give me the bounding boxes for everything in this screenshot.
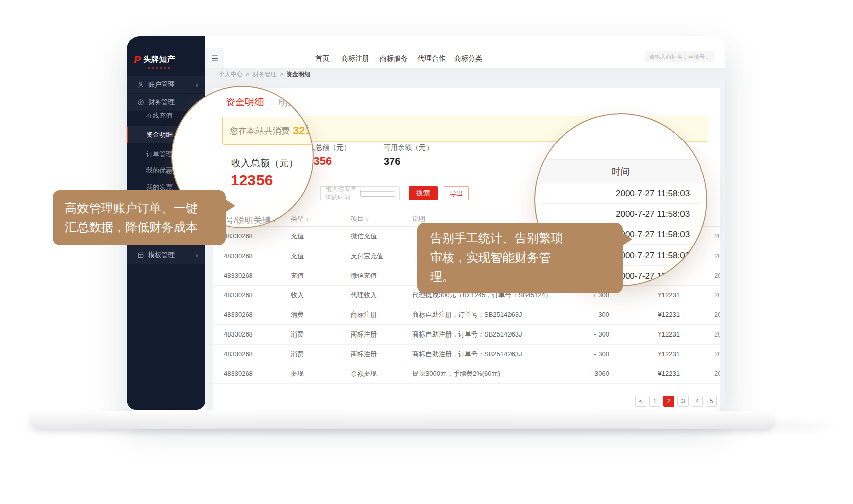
- header-type-label: 类型: [291, 215, 304, 222]
- pagination-page-4[interactable]: 4: [692, 396, 703, 407]
- cell-description: 商标自助注册，订单号：SB2514263J: [412, 305, 522, 324]
- export-button[interactable]: 导出: [444, 186, 469, 200]
- cell-amount: - 300: [535, 325, 609, 344]
- callout-right-line1: 告别手工统计、告别繁琐: [430, 229, 623, 248]
- cell-order: 48330268: [224, 345, 253, 364]
- brand-tagline-dots: [148, 67, 171, 69]
- cell-order: 48330268: [224, 286, 253, 305]
- zoom-consumption-banner: 您在本站共消费 32124: [222, 117, 313, 145]
- cell-order: 48330268: [224, 325, 253, 344]
- search-button[interactable]: 搜索: [409, 186, 438, 200]
- nav-tab-trademark-classes[interactable]: 商标分类: [454, 48, 482, 68]
- pagination-prev-button[interactable]: <: [635, 396, 646, 407]
- cell-time: 2000-7-27 11:58:03: [714, 227, 720, 246]
- cell-amount: - 300: [535, 345, 609, 364]
- cell-time: 2000-7-27 11:58:03: [714, 305, 720, 324]
- breadcrumb-item[interactable]: 个人中心: [219, 70, 243, 79]
- finance-icon: [137, 99, 144, 106]
- date-query-placeholder: 输入你要查询的时间: [326, 185, 360, 202]
- pagination-page-5[interactable]: 5: [706, 396, 717, 407]
- pagination-page-2-active[interactable]: 2: [663, 396, 674, 407]
- header-type[interactable]: 类型∨: [291, 211, 309, 226]
- callout-right: 告别手工统计、告别繁琐 审核，实现智能财务管 理。: [417, 223, 623, 293]
- table-row: 48330268 提现 余额提现 提现3000元，手续费2%(60元) - 30…: [213, 364, 720, 384]
- cell-amount: - 300: [535, 305, 609, 324]
- chevron-down-icon: ∨: [195, 253, 199, 258]
- callout-left-line2: 汇总数据，降低财务成本: [65, 218, 226, 237]
- breadcrumb-separator: >: [280, 71, 283, 78]
- breadcrumb-separator: >: [246, 71, 249, 78]
- sidebar-item-label: 资金明细: [146, 130, 173, 139]
- table-row: 48330268 消费 商标注册 商标自助注册，订单号：SB2514263J -…: [213, 305, 720, 325]
- zoom-time-value: 2000-7-27 11:58:03: [616, 245, 690, 266]
- chevron-down-icon: ∨: [195, 82, 199, 88]
- cell-type: 充值: [291, 246, 304, 266]
- top-nav-bar: ☰ 首页 商标注册 商标服务 代理合作 商标分类: [205, 36, 725, 68]
- zoom-time-row: 2000-7-27 11:58:03: [540, 204, 701, 224]
- sidebar-item-label: 在线充值: [146, 111, 173, 120]
- zoom-time-column-header: 时间: [535, 159, 706, 183]
- callout-right-line2: 审核，实现智能财务管: [430, 248, 623, 267]
- pagination-page-1[interactable]: 1: [649, 396, 660, 407]
- cell-balance: ¥12231: [615, 364, 680, 383]
- brand-name: 头牌知产: [143, 55, 176, 64]
- cell-order: 48330268: [224, 305, 253, 324]
- pagination: < 1 2 3 4 5: [635, 396, 717, 407]
- stat-divider: [375, 144, 375, 169]
- nav-tab-trademark-register[interactable]: 商标注册: [341, 48, 369, 68]
- cell-time: 2000-7-27 11:58:03: [714, 266, 720, 285]
- cell-order: 48330268: [224, 266, 253, 285]
- callout-right-line3: 理。: [430, 267, 623, 286]
- hamburger-menu-icon[interactable]: ☰: [205, 48, 224, 68]
- cell-project: 商标注册: [351, 305, 377, 324]
- sidebar-item-label: 订单管理: [146, 150, 173, 159]
- table-row: 48330268 消费 商标注册 商标自助注册，订单号：SB2514263J -…: [213, 345, 720, 364]
- callout-left-line1: 高效管理账户订单、一键: [65, 199, 226, 218]
- sidebar-item-label: 财务管理: [148, 98, 175, 107]
- available-balance-label: 可用余额（元）: [384, 143, 433, 152]
- cell-time: 2000-7-27 11:58:03: [714, 364, 720, 383]
- cell-time: 2000-7-27 11:58:03: [714, 325, 720, 344]
- nav-tab-agency[interactable]: 代理合作: [417, 48, 446, 68]
- header-project[interactable]: 项目∨: [351, 211, 369, 226]
- cell-project: 微信充值: [351, 227, 377, 246]
- zoom-income-total-value: 12356: [231, 172, 273, 189]
- header-project-label: 项目: [351, 215, 364, 222]
- sidebar-item-templates[interactable]: 模板管理 ∨: [127, 246, 205, 264]
- pagination-page-3[interactable]: 3: [677, 396, 689, 407]
- cell-project: 余额提现: [351, 364, 377, 383]
- cell-project: 代理收入: [351, 286, 377, 305]
- zoom-time-value: 2000-7-27 11:58:03: [616, 204, 690, 224]
- breadcrumb-item[interactable]: 财务管理: [252, 70, 277, 79]
- brand-logo: P 头牌知产: [134, 54, 176, 65]
- cell-project: 商标注册: [351, 345, 377, 364]
- cell-type: 充值: [291, 227, 304, 246]
- sidebar-item-account[interactable]: 账户管理 ∨: [127, 76, 205, 93]
- nav-tab-trademark-services[interactable]: 商标服务: [380, 48, 408, 68]
- breadcrumb: 个人中心 > 财务管理 > 资金明细: [205, 68, 725, 80]
- zoom-income-total-label: 收入总额（元）: [231, 157, 298, 170]
- calendar-icon: [360, 190, 395, 197]
- cell-time: 2000-7-27 11:58:03: [714, 246, 720, 266]
- trademark-search-input[interactable]: [645, 51, 714, 62]
- breadcrumb-current: 资金明细: [286, 70, 310, 79]
- cell-type: 收入: [291, 286, 304, 305]
- cell-project: 微信充值: [351, 266, 377, 285]
- sidebar-item-label: 账户管理: [148, 80, 175, 89]
- template-icon: [137, 251, 144, 259]
- marketing-canvas: P 头牌知产 账户管理 ∨ 财务管理 ∧ 在线充值: [0, 0, 853, 504]
- cell-balance: ¥12231: [615, 305, 680, 324]
- nav-tab-home[interactable]: 首页: [315, 48, 329, 68]
- cell-balance: ¥12231: [615, 286, 680, 305]
- cell-project: 商标注册: [351, 325, 377, 344]
- cell-order: 48330268: [224, 364, 253, 383]
- cell-description: 商标自助注册，订单号：SB2514263J: [412, 325, 522, 344]
- zoom-time-value: 2000-7-27 11:58:03: [616, 183, 690, 204]
- date-query-input[interactable]: 输入你要查询的时间: [320, 186, 400, 200]
- caret-down-icon: ∨: [306, 217, 309, 222]
- user-icon: [137, 81, 144, 88]
- available-balance-value: 376: [384, 156, 400, 167]
- zoom-banner-prefix: 您在本站共消费: [230, 125, 290, 137]
- cell-type: 提现: [291, 364, 304, 383]
- cell-description: 商标自助注册，订单号：SB2514263J: [412, 345, 522, 364]
